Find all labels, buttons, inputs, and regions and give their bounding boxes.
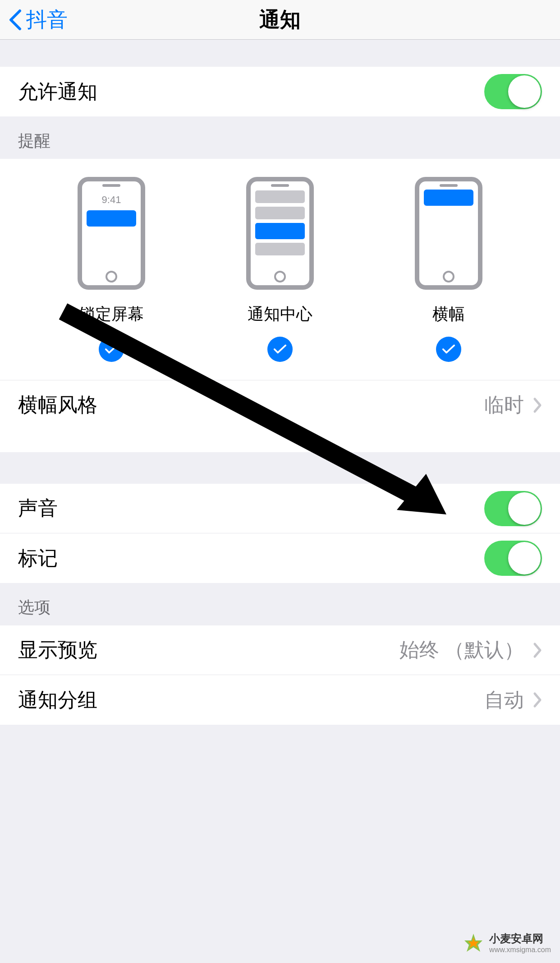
check-icon: [273, 344, 287, 354]
notification-center-icon: [246, 177, 314, 290]
banners-icon: [415, 177, 482, 290]
page-title: 通知: [259, 6, 301, 34]
notification-center-checkbox[interactable]: [267, 337, 293, 362]
chevron-left-icon: [9, 9, 22, 31]
grouping-label: 通知分组: [18, 687, 97, 713]
banners-label: 横幅: [432, 303, 465, 325]
options-section: 显示预览 始终 （默认） 通知分组 自动: [0, 625, 560, 725]
badges-row: 标记: [0, 533, 560, 583]
alerts-section-header: 提醒: [0, 116, 560, 159]
alerts-section: 9:41 锁定屏幕 通知中心: [0, 159, 560, 452]
banner-style-label: 横幅风格: [18, 392, 97, 418]
watermark-url: www.xmsigma.com: [489, 946, 551, 954]
badges-label: 标记: [18, 545, 58, 572]
watermark: 小麦安卓网 www.xmsigma.com: [462, 931, 551, 954]
back-button[interactable]: 抖音: [0, 6, 68, 34]
banner-style-value: 临时: [484, 392, 524, 418]
chevron-right-icon: [533, 642, 542, 658]
watermark-title: 小麦安卓网: [489, 931, 551, 946]
sounds-badges-section: 声音 标记: [0, 484, 560, 583]
back-label: 抖音: [26, 6, 68, 34]
alert-option-banners[interactable]: 横幅: [415, 177, 482, 362]
lock-screen-icon: 9:41: [78, 177, 145, 290]
options-section-header: 选项: [0, 583, 560, 625]
notification-center-label: 通知中心: [248, 303, 312, 325]
sounds-toggle[interactable]: [484, 491, 542, 526]
chevron-right-icon: [533, 397, 542, 413]
allow-notifications-section: 允许通知: [0, 67, 560, 116]
sounds-row: 声音: [0, 484, 560, 533]
grouping-row[interactable]: 通知分组 自动: [0, 675, 560, 725]
alert-option-lock-screen[interactable]: 9:41 锁定屏幕: [78, 177, 145, 362]
banners-checkbox[interactable]: [436, 337, 461, 362]
badges-toggle[interactable]: [484, 541, 542, 576]
allow-notifications-toggle[interactable]: [484, 74, 542, 109]
check-icon: [105, 344, 118, 354]
allow-notifications-label: 允许通知: [18, 79, 97, 105]
show-previews-label: 显示预览: [18, 637, 97, 663]
banner-style-row[interactable]: 横幅风格 临时: [0, 380, 560, 430]
allow-notifications-row: 允许通知: [0, 67, 560, 116]
show-previews-row[interactable]: 显示预览 始终 （默认）: [0, 625, 560, 675]
grouping-value: 自动: [484, 687, 524, 713]
navigation-bar: 抖音 通知: [0, 0, 560, 40]
lock-screen-label: 锁定屏幕: [79, 303, 144, 325]
watermark-logo-icon: [462, 931, 485, 954]
alert-option-notification-center[interactable]: 通知中心: [246, 177, 314, 362]
chevron-right-icon: [533, 692, 542, 708]
lock-screen-checkbox[interactable]: [99, 337, 124, 362]
show-previews-value: 始终 （默认）: [399, 637, 524, 663]
sounds-label: 声音: [18, 495, 58, 522]
check-icon: [442, 344, 455, 354]
